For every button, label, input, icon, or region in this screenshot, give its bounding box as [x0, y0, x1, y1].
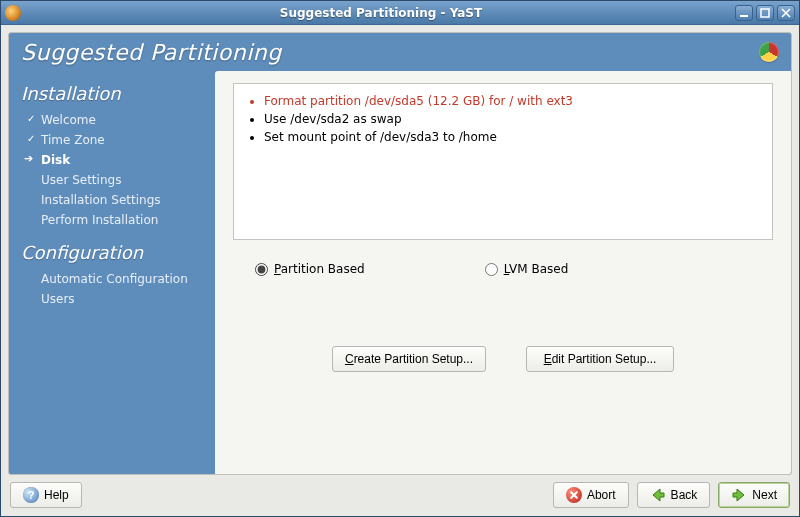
partition-action-item: Use /dev/sda2 as swap [264, 110, 758, 128]
radio-lvm-based-input[interactable] [485, 263, 498, 276]
sidebar: Installation WelcomeTime ZoneDiskUser Se… [9, 71, 215, 474]
radio-partition-based[interactable]: Partition Based [255, 262, 365, 276]
main-frame: Suggested Partitioning Installation Welc… [8, 32, 792, 475]
sidebar-list-configuration: Automatic ConfigurationUsers [23, 269, 205, 309]
back-label: ack [679, 488, 698, 502]
radio-partition-accel: P [274, 262, 281, 276]
sidebar-item[interactable]: Automatic Configuration [23, 269, 205, 289]
body: Installation WelcomeTime ZoneDiskUser Se… [9, 71, 791, 474]
partition-action-item: Format partition /dev/sda5 (12.2 GB) for… [264, 92, 758, 110]
sidebar-item[interactable]: Perform Installation [23, 210, 205, 230]
create-accel: C [345, 352, 354, 366]
app-icon [5, 5, 21, 21]
page-header: Suggested Partitioning [9, 33, 791, 71]
next-arrow-icon [731, 487, 747, 503]
sidebar-item[interactable]: Time Zone [23, 130, 205, 150]
abort-button[interactable]: Abort [553, 482, 629, 508]
edit-accel: E [544, 352, 552, 366]
next-accel: N [752, 488, 761, 502]
sidebar-item[interactable]: User Settings [23, 170, 205, 190]
abort-icon [566, 487, 582, 503]
help-label: elp [53, 488, 69, 502]
help-icon: ? [23, 487, 39, 503]
window-title: Suggested Partitioning - YaST [27, 6, 735, 20]
app-window: Suggested Partitioning - YaST Suggested … [0, 0, 800, 517]
svg-rect-1 [761, 9, 769, 17]
radio-partition-based-input[interactable] [255, 263, 268, 276]
radio-partition-label: artition Based [281, 262, 365, 276]
help-accel: H [44, 488, 53, 502]
sidebar-section-installation: Installation [21, 83, 205, 104]
minimize-button[interactable] [735, 5, 753, 21]
partition-action-item: Set mount point of /dev/sda3 to /home [264, 128, 758, 146]
footer: ? Help Abort Back Next [8, 475, 792, 509]
maximize-button[interactable] [756, 5, 774, 21]
page-title: Suggested Partitioning [21, 40, 282, 65]
sidebar-item[interactable]: Users [23, 289, 205, 309]
sidebar-item[interactable]: Disk [23, 150, 205, 170]
close-button[interactable] [777, 5, 795, 21]
partition-actions-panel: Format partition /dev/sda5 (12.2 GB) for… [233, 83, 773, 240]
edit-partition-setup-button[interactable]: Edit Partition Setup... [526, 346, 674, 372]
back-accel: B [671, 488, 679, 502]
content-panel: Format partition /dev/sda5 (12.2 GB) for… [215, 71, 791, 474]
titlebar[interactable]: Suggested Partitioning - YaST [1, 1, 799, 25]
yast-logo-icon [759, 42, 779, 62]
back-arrow-icon [650, 487, 666, 503]
window-buttons [735, 5, 795, 21]
radio-lvm-based[interactable]: LVM Based [485, 262, 569, 276]
next-label: ext [761, 488, 777, 502]
edit-label: dit Partition Setup... [552, 352, 657, 366]
radio-lvm-label: VM Based [509, 262, 568, 276]
create-partition-setup-button[interactable]: Create Partition Setup... [332, 346, 486, 372]
base-type-radios: Partition Based LVM Based [233, 262, 773, 276]
abort-post: t [612, 488, 615, 502]
sidebar-item[interactable]: Installation Settings [23, 190, 205, 210]
sidebar-list-installation: WelcomeTime ZoneDiskUser SettingsInstall… [23, 110, 205, 230]
back-button[interactable]: Back [637, 482, 711, 508]
help-button[interactable]: ? Help [10, 482, 82, 508]
client-area: Suggested Partitioning Installation Welc… [1, 25, 799, 516]
create-label: reate Partition Setup... [354, 352, 473, 366]
abort-pre: Abo [587, 488, 608, 502]
sidebar-item[interactable]: Welcome [23, 110, 205, 130]
setup-buttons-row: Create Partition Setup... Edit Partition… [233, 346, 773, 372]
sidebar-section-configuration: Configuration [21, 242, 205, 263]
next-button[interactable]: Next [718, 482, 790, 508]
partition-actions-list: Format partition /dev/sda5 (12.2 GB) for… [248, 92, 758, 146]
svg-rect-0 [740, 15, 748, 17]
